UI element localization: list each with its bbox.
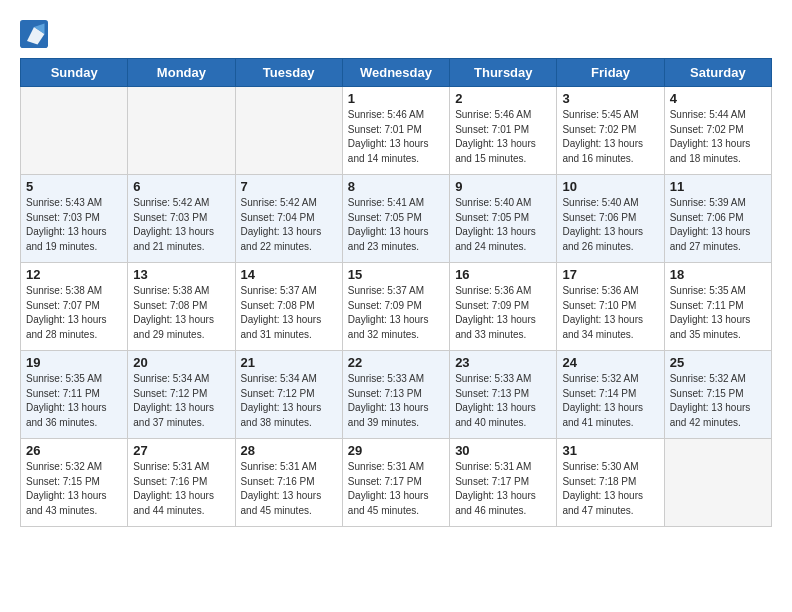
day-number: 3	[562, 91, 658, 106]
day-info: Sunrise: 5:46 AMSunset: 7:01 PMDaylight:…	[348, 108, 444, 166]
calendar-cell: 18Sunrise: 5:35 AMSunset: 7:11 PMDayligh…	[664, 263, 771, 351]
calendar-header-row: SundayMondayTuesdayWednesdayThursdayFrid…	[21, 59, 772, 87]
page-header	[20, 20, 772, 48]
calendar-cell: 22Sunrise: 5:33 AMSunset: 7:13 PMDayligh…	[342, 351, 449, 439]
calendar-cell: 30Sunrise: 5:31 AMSunset: 7:17 PMDayligh…	[450, 439, 557, 527]
day-number: 28	[241, 443, 337, 458]
calendar-cell: 21Sunrise: 5:34 AMSunset: 7:12 PMDayligh…	[235, 351, 342, 439]
calendar-cell: 3Sunrise: 5:45 AMSunset: 7:02 PMDaylight…	[557, 87, 664, 175]
day-info: Sunrise: 5:31 AMSunset: 7:17 PMDaylight:…	[348, 460, 444, 518]
calendar-cell: 26Sunrise: 5:32 AMSunset: 7:15 PMDayligh…	[21, 439, 128, 527]
day-number: 8	[348, 179, 444, 194]
day-info: Sunrise: 5:33 AMSunset: 7:13 PMDaylight:…	[455, 372, 551, 430]
day-info: Sunrise: 5:34 AMSunset: 7:12 PMDaylight:…	[133, 372, 229, 430]
day-number: 31	[562, 443, 658, 458]
calendar-cell: 11Sunrise: 5:39 AMSunset: 7:06 PMDayligh…	[664, 175, 771, 263]
day-info: Sunrise: 5:40 AMSunset: 7:06 PMDaylight:…	[562, 196, 658, 254]
day-number: 25	[670, 355, 766, 370]
day-number: 7	[241, 179, 337, 194]
logo-icon	[20, 20, 48, 48]
day-number: 9	[455, 179, 551, 194]
calendar-cell: 10Sunrise: 5:40 AMSunset: 7:06 PMDayligh…	[557, 175, 664, 263]
day-info: Sunrise: 5:38 AMSunset: 7:07 PMDaylight:…	[26, 284, 122, 342]
day-info: Sunrise: 5:45 AMSunset: 7:02 PMDaylight:…	[562, 108, 658, 166]
day-number: 10	[562, 179, 658, 194]
calendar-cell	[128, 87, 235, 175]
calendar-cell: 2Sunrise: 5:46 AMSunset: 7:01 PMDaylight…	[450, 87, 557, 175]
header-friday: Friday	[557, 59, 664, 87]
day-info: Sunrise: 5:36 AMSunset: 7:10 PMDaylight:…	[562, 284, 658, 342]
header-sunday: Sunday	[21, 59, 128, 87]
calendar-cell: 24Sunrise: 5:32 AMSunset: 7:14 PMDayligh…	[557, 351, 664, 439]
calendar-cell: 15Sunrise: 5:37 AMSunset: 7:09 PMDayligh…	[342, 263, 449, 351]
day-number: 29	[348, 443, 444, 458]
calendar-cell: 9Sunrise: 5:40 AMSunset: 7:05 PMDaylight…	[450, 175, 557, 263]
day-info: Sunrise: 5:30 AMSunset: 7:18 PMDaylight:…	[562, 460, 658, 518]
calendar-cell: 12Sunrise: 5:38 AMSunset: 7:07 PMDayligh…	[21, 263, 128, 351]
day-info: Sunrise: 5:37 AMSunset: 7:09 PMDaylight:…	[348, 284, 444, 342]
calendar-cell: 20Sunrise: 5:34 AMSunset: 7:12 PMDayligh…	[128, 351, 235, 439]
calendar-week-2: 5Sunrise: 5:43 AMSunset: 7:03 PMDaylight…	[21, 175, 772, 263]
calendar-cell: 14Sunrise: 5:37 AMSunset: 7:08 PMDayligh…	[235, 263, 342, 351]
day-number: 18	[670, 267, 766, 282]
day-info: Sunrise: 5:32 AMSunset: 7:15 PMDaylight:…	[26, 460, 122, 518]
day-number: 21	[241, 355, 337, 370]
day-number: 16	[455, 267, 551, 282]
day-info: Sunrise: 5:46 AMSunset: 7:01 PMDaylight:…	[455, 108, 551, 166]
calendar-cell	[235, 87, 342, 175]
day-number: 20	[133, 355, 229, 370]
header-monday: Monday	[128, 59, 235, 87]
calendar-cell: 27Sunrise: 5:31 AMSunset: 7:16 PMDayligh…	[128, 439, 235, 527]
day-info: Sunrise: 5:38 AMSunset: 7:08 PMDaylight:…	[133, 284, 229, 342]
calendar-cell: 13Sunrise: 5:38 AMSunset: 7:08 PMDayligh…	[128, 263, 235, 351]
day-info: Sunrise: 5:32 AMSunset: 7:14 PMDaylight:…	[562, 372, 658, 430]
day-info: Sunrise: 5:35 AMSunset: 7:11 PMDaylight:…	[26, 372, 122, 430]
day-info: Sunrise: 5:31 AMSunset: 7:16 PMDaylight:…	[133, 460, 229, 518]
day-info: Sunrise: 5:31 AMSunset: 7:17 PMDaylight:…	[455, 460, 551, 518]
day-info: Sunrise: 5:35 AMSunset: 7:11 PMDaylight:…	[670, 284, 766, 342]
day-number: 5	[26, 179, 122, 194]
calendar-cell: 17Sunrise: 5:36 AMSunset: 7:10 PMDayligh…	[557, 263, 664, 351]
calendar-table: SundayMondayTuesdayWednesdayThursdayFrid…	[20, 58, 772, 527]
calendar-week-5: 26Sunrise: 5:32 AMSunset: 7:15 PMDayligh…	[21, 439, 772, 527]
calendar-cell: 16Sunrise: 5:36 AMSunset: 7:09 PMDayligh…	[450, 263, 557, 351]
calendar-cell: 29Sunrise: 5:31 AMSunset: 7:17 PMDayligh…	[342, 439, 449, 527]
day-number: 12	[26, 267, 122, 282]
day-info: Sunrise: 5:42 AMSunset: 7:03 PMDaylight:…	[133, 196, 229, 254]
calendar-cell: 7Sunrise: 5:42 AMSunset: 7:04 PMDaylight…	[235, 175, 342, 263]
day-info: Sunrise: 5:43 AMSunset: 7:03 PMDaylight:…	[26, 196, 122, 254]
day-number: 14	[241, 267, 337, 282]
day-info: Sunrise: 5:32 AMSunset: 7:15 PMDaylight:…	[670, 372, 766, 430]
day-info: Sunrise: 5:34 AMSunset: 7:12 PMDaylight:…	[241, 372, 337, 430]
day-info: Sunrise: 5:42 AMSunset: 7:04 PMDaylight:…	[241, 196, 337, 254]
day-number: 11	[670, 179, 766, 194]
calendar-cell: 19Sunrise: 5:35 AMSunset: 7:11 PMDayligh…	[21, 351, 128, 439]
day-number: 19	[26, 355, 122, 370]
day-info: Sunrise: 5:44 AMSunset: 7:02 PMDaylight:…	[670, 108, 766, 166]
day-number: 23	[455, 355, 551, 370]
calendar-cell: 25Sunrise: 5:32 AMSunset: 7:15 PMDayligh…	[664, 351, 771, 439]
day-number: 22	[348, 355, 444, 370]
calendar-cell: 23Sunrise: 5:33 AMSunset: 7:13 PMDayligh…	[450, 351, 557, 439]
header-saturday: Saturday	[664, 59, 771, 87]
calendar-cell: 31Sunrise: 5:30 AMSunset: 7:18 PMDayligh…	[557, 439, 664, 527]
day-number: 17	[562, 267, 658, 282]
day-info: Sunrise: 5:31 AMSunset: 7:16 PMDaylight:…	[241, 460, 337, 518]
day-info: Sunrise: 5:40 AMSunset: 7:05 PMDaylight:…	[455, 196, 551, 254]
day-number: 13	[133, 267, 229, 282]
calendar-cell: 4Sunrise: 5:44 AMSunset: 7:02 PMDaylight…	[664, 87, 771, 175]
calendar-cell	[21, 87, 128, 175]
day-number: 24	[562, 355, 658, 370]
day-number: 30	[455, 443, 551, 458]
day-number: 6	[133, 179, 229, 194]
day-number: 27	[133, 443, 229, 458]
day-number: 2	[455, 91, 551, 106]
day-number: 1	[348, 91, 444, 106]
logo	[20, 20, 53, 48]
day-number: 15	[348, 267, 444, 282]
calendar-cell: 1Sunrise: 5:46 AMSunset: 7:01 PMDaylight…	[342, 87, 449, 175]
day-info: Sunrise: 5:33 AMSunset: 7:13 PMDaylight:…	[348, 372, 444, 430]
day-number: 26	[26, 443, 122, 458]
calendar-week-4: 19Sunrise: 5:35 AMSunset: 7:11 PMDayligh…	[21, 351, 772, 439]
day-info: Sunrise: 5:41 AMSunset: 7:05 PMDaylight:…	[348, 196, 444, 254]
